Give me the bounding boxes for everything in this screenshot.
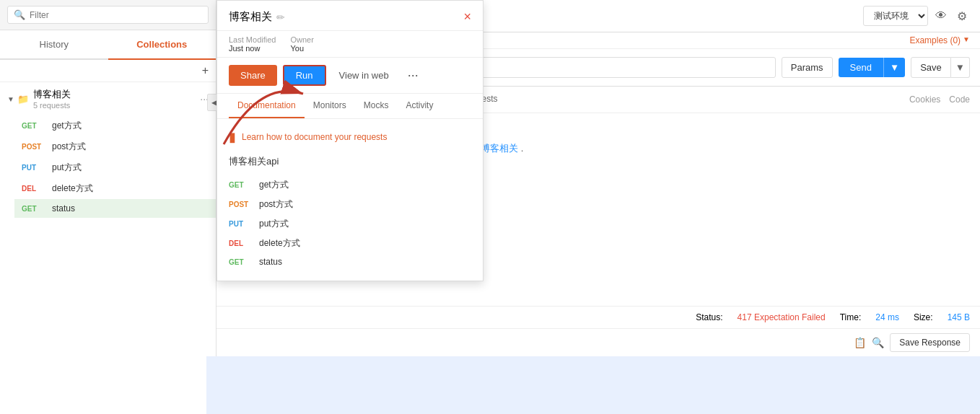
method-badge-post: POST <box>22 143 46 151</box>
send-button[interactable]: Send <box>839 58 883 77</box>
send-btn-group: Send ▼ <box>839 58 906 77</box>
popup-tab-documentation[interactable]: Documentation <box>229 94 305 118</box>
popup-request-item-put: PUT put方式 <box>229 214 471 234</box>
auth-collection-link[interactable]: 博客相关 <box>481 143 518 154</box>
popup-tab-mocks[interactable]: Mocks <box>355 94 398 118</box>
method-badge-put: PUT <box>22 164 46 172</box>
run-button[interactable]: Run <box>283 65 326 86</box>
request-item-put[interactable]: PUT put方式 <box>14 157 216 178</box>
popup-method-del: DEL <box>229 239 253 247</box>
popup-method-status: GET <box>229 258 253 266</box>
collection-popup: 博客相关 ✏ × Last Modified Just now Owner Yo… <box>216 0 484 281</box>
doc-banner-link[interactable]: Learn how to document your requests <box>242 132 387 142</box>
env-select[interactable]: 测试环境 <box>863 6 928 26</box>
status-label: Status: <box>696 312 722 322</box>
caret-icon: ▼ <box>7 95 14 103</box>
toolbar-right: 测试环境 👁 ⚙ <box>863 6 970 26</box>
sidebar-tabs: History Collections <box>0 30 216 60</box>
response-links: Cookies Code <box>909 94 970 105</box>
popup-meta-owner-value: You <box>290 44 313 53</box>
popup-request-item-post: POST post方式 <box>229 195 471 214</box>
size-value: 145 B <box>948 312 970 322</box>
save-button[interactable]: Save <box>911 57 951 78</box>
request-item-status[interactable]: GET status <box>14 199 216 218</box>
search-response-button[interactable]: 🔍 <box>872 337 884 348</box>
request-item-get[interactable]: GET get方式 <box>14 115 216 136</box>
search-icon: 🔍 <box>14 9 25 20</box>
response-status-bar: Status: 417 Expectation Failed Time: 24 … <box>216 306 980 328</box>
method-badge-get: GET <box>22 122 46 130</box>
popup-actions: Share Run View in web ··· <box>217 58 483 94</box>
save-response-button[interactable]: Save Response <box>890 333 970 352</box>
method-badge-del: DEL <box>22 185 46 193</box>
edit-icon[interactable]: ✏ <box>276 12 285 23</box>
new-collection-button[interactable]: + <box>202 64 209 77</box>
popup-body: ▮ Learn how to document your requests 博客… <box>217 119 483 281</box>
tab-collections[interactable]: Collections <box>108 30 216 60</box>
popup-title-text: 博客相关 <box>229 10 272 24</box>
examples-dropdown-icon: ▼ <box>963 35 970 45</box>
request-name-del: delete方式 <box>52 182 93 195</box>
sidebar: 🔍 History Collections + ▼ 📁 博客相关 5 reque… <box>0 0 216 414</box>
search-input[interactable] <box>30 10 202 20</box>
cookies-link[interactable]: Cookies <box>909 94 940 105</box>
popup-tab-activity[interactable]: Activity <box>397 94 442 118</box>
popup-method-get: GET <box>229 181 253 189</box>
copy-response-button[interactable]: 📋 <box>854 337 866 348</box>
method-badge-status: GET <box>22 205 46 213</box>
code-link[interactable]: Code <box>949 94 970 105</box>
examples-link[interactable]: Examples (0) <box>909 35 961 45</box>
size-label: Size: <box>914 312 933 322</box>
popup-tab-monitors[interactable]: Monitors <box>305 94 355 118</box>
popup-meta-modified: Last Modified Just now <box>229 35 276 53</box>
popup-title: 博客相关 ✏ <box>229 10 285 24</box>
collection-meta: 5 requests <box>33 101 200 110</box>
request-name-post: post方式 <box>52 141 86 153</box>
request-list: GET get方式 POST post方式 PUT put方式 DEL dele… <box>0 115 216 218</box>
popup-method-put: PUT <box>229 220 253 228</box>
collection-header[interactable]: ▼ 📁 博客相关 5 requests ··· <box>0 82 216 115</box>
popup-meta-owner-label: Owner <box>290 35 313 44</box>
popup-request-name-post: post方式 <box>259 198 293 211</box>
more-button[interactable]: ··· <box>402 65 424 86</box>
request-item-del[interactable]: DEL delete方式 <box>14 178 216 199</box>
popup-header: 博客相关 ✏ × <box>217 1 483 31</box>
status-value: 417 Expectation Failed <box>738 312 826 322</box>
popup-meta-owner: Owner You <box>290 35 313 53</box>
response-body-area <box>206 356 980 414</box>
popup-meta-modified-label: Last Modified <box>229 35 276 44</box>
sidebar-toolbar: + <box>0 60 216 82</box>
response-actions: 📋 🔍 Save Response <box>216 328 980 356</box>
tab-history[interactable]: History <box>0 30 108 58</box>
popup-request-item-status: GET status <box>229 253 471 270</box>
params-button[interactable]: Params <box>782 57 833 78</box>
request-name-get: get方式 <box>52 120 82 132</box>
popup-collection-api-title: 博客相关api <box>229 155 471 168</box>
view-in-web-button[interactable]: View in web <box>332 66 396 85</box>
popup-request-list: GET get方式 POST post方式 PUT put方式 DEL dele… <box>229 175 471 270</box>
popup-request-name-status: status <box>259 257 282 267</box>
popup-tabs: Documentation Monitors Mocks Activity <box>217 94 483 119</box>
send-dropdown-button[interactable]: ▼ <box>883 58 905 77</box>
time-label: Time: <box>840 312 862 322</box>
popup-request-name-del: delete方式 <box>259 237 300 250</box>
sidebar-content: ▼ 📁 博客相关 5 requests ··· GET get方式 POST p… <box>0 82 216 414</box>
request-item-post[interactable]: POST post方式 <box>14 136 216 157</box>
settings-icon-button[interactable]: ⚙ <box>954 6 970 26</box>
folder-icon: 📁 <box>17 94 29 105</box>
save-btn-group: Save ▼ <box>911 57 970 78</box>
request-name-put: put方式 <box>52 162 82 174</box>
auth-notice-period: . <box>521 143 524 154</box>
doc-banner: ▮ Learn how to document your requests <box>229 129 471 145</box>
popup-meta: Last Modified Just now Owner You <box>217 31 483 58</box>
save-dropdown-button[interactable]: ▼ <box>951 57 970 78</box>
popup-request-name-put: put方式 <box>259 218 289 230</box>
popup-request-item-del: DEL delete方式 <box>229 234 471 253</box>
share-button[interactable]: Share <box>229 65 277 86</box>
popup-close-button[interactable]: × <box>463 9 471 25</box>
doc-icon: ▮ <box>229 129 236 145</box>
eye-icon-button[interactable]: 👁 <box>932 6 950 25</box>
time-value: 24 ms <box>875 312 899 322</box>
popup-request-item-get: GET get方式 <box>229 175 471 195</box>
popup-method-post: POST <box>229 201 253 208</box>
